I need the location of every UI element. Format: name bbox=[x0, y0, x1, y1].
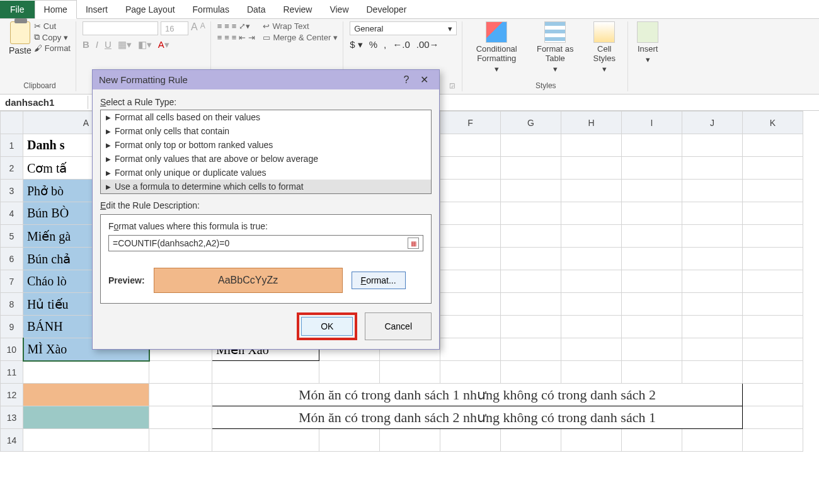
align-right-icon[interactable]: ≡ bbox=[232, 33, 237, 42]
menu-tabs: File Home Insert Page Layout Formulas Da… bbox=[0, 0, 819, 19]
name-box[interactable]: danhsach1 bbox=[0, 96, 88, 109]
bold-button[interactable]: B bbox=[83, 39, 89, 50]
scissors-icon: ✂ bbox=[34, 21, 41, 31]
chevron-down-icon: ▾ bbox=[64, 33, 68, 42]
range-selector-icon[interactable]: ▦ bbox=[408, 238, 419, 249]
wrap-text-button[interactable]: ↩Wrap Text bbox=[263, 21, 338, 31]
row-header[interactable]: 4 bbox=[1, 202, 23, 225]
legend-text: Món ăn có trong danh sách 2 nhưng không … bbox=[212, 406, 743, 429]
col-header[interactable]: H bbox=[561, 112, 622, 134]
align-center-icon[interactable]: ≡ bbox=[224, 33, 229, 42]
dialog-titlebar[interactable]: New Formatting Rule ? ✕ bbox=[93, 70, 439, 89]
border-button[interactable]: ▦▾ bbox=[118, 39, 132, 50]
row-header[interactable]: 13 bbox=[1, 406, 23, 429]
close-button[interactable]: ✕ bbox=[415, 74, 433, 86]
dec-indent-icon[interactable]: ⇤ bbox=[239, 33, 246, 42]
merge-center-button[interactable]: ▭Merge & Center ▾ bbox=[263, 33, 338, 42]
grow-font-icon[interactable]: A bbox=[191, 21, 198, 35]
tab-developer[interactable]: Developer bbox=[358, 1, 416, 18]
decrease-decimal-button[interactable]: .00→ bbox=[416, 39, 439, 50]
copy-icon: ⧉ bbox=[34, 32, 40, 42]
new-formatting-rule-dialog: New Formatting Rule ? ✕ Select a Rule Ty… bbox=[92, 69, 440, 350]
cancel-button[interactable]: Cancel bbox=[365, 312, 432, 340]
edit-rule-label: Edit the Rule Description: bbox=[100, 200, 432, 210]
row-header[interactable]: 7 bbox=[1, 270, 23, 293]
col-header[interactable]: F bbox=[440, 112, 501, 134]
inc-indent-icon[interactable]: ⇥ bbox=[248, 33, 255, 42]
font-size-combo[interactable]: 16 bbox=[161, 21, 188, 35]
formula-input[interactable]: =COUNTIF(danhsach2,A2)=0 ▦ bbox=[108, 235, 423, 251]
copy-button[interactable]: ⧉Copy ▾ bbox=[34, 32, 71, 42]
comma-button[interactable]: , bbox=[384, 39, 386, 50]
rule-type-item[interactable]: ▶Format all cells based on their values bbox=[101, 110, 431, 124]
tab-review[interactable]: Review bbox=[275, 1, 321, 18]
row-header[interactable]: 5 bbox=[1, 225, 23, 248]
group-title-clipboard: Clipboard bbox=[9, 80, 71, 90]
align-left-icon[interactable]: ≡ bbox=[217, 33, 222, 42]
wrap-text-icon: ↩ bbox=[263, 21, 270, 31]
row-header[interactable]: 12 bbox=[1, 384, 23, 406]
help-button[interactable]: ? bbox=[398, 74, 415, 86]
dialog-title: New Formatting Rule bbox=[99, 74, 188, 85]
row-header[interactable]: 11 bbox=[1, 361, 23, 384]
merge-icon: ▭ bbox=[263, 33, 270, 42]
tab-data[interactable]: Data bbox=[238, 1, 275, 18]
col-header[interactable]: G bbox=[501, 112, 561, 134]
rule-type-list[interactable]: ▶Format all cells based on their values … bbox=[100, 110, 432, 194]
row-header[interactable]: 8 bbox=[1, 293, 23, 316]
conditional-formatting-button[interactable]: Conditional Formatting▾ bbox=[469, 21, 524, 74]
align-top-icon[interactable]: ≡ bbox=[217, 21, 222, 31]
number-launcher-icon[interactable]: ◲ bbox=[449, 82, 556, 89]
formula-label: Format values where this formula is true… bbox=[108, 221, 423, 231]
number-format-combo[interactable]: General▾ bbox=[350, 21, 457, 35]
col-header[interactable]: J bbox=[682, 112, 743, 134]
rule-type-item[interactable]: ▶Format only top or bottom ranked values bbox=[101, 138, 431, 152]
increase-decimal-button[interactable]: ←.0 bbox=[392, 39, 410, 50]
tab-view[interactable]: View bbox=[321, 1, 357, 18]
row-header[interactable]: 14 bbox=[1, 429, 23, 452]
row-header[interactable]: 2 bbox=[1, 157, 23, 180]
align-middle-icon[interactable]: ≡ bbox=[224, 21, 229, 31]
font-color-button[interactable]: A▾ bbox=[158, 39, 169, 50]
shrink-font-icon[interactable]: A bbox=[200, 21, 205, 35]
insert-icon bbox=[637, 21, 658, 43]
rule-type-item-selected[interactable]: ▶Use a formula to determine which cells … bbox=[101, 180, 431, 193]
row-header[interactable]: 3 bbox=[1, 180, 23, 202]
group-styles: Conditional Formatting▾ Format as Table▾… bbox=[464, 21, 628, 91]
fill-color-button[interactable]: ◧▾ bbox=[138, 39, 152, 50]
row-header[interactable]: 10 bbox=[1, 338, 23, 361]
col-header[interactable]: K bbox=[743, 112, 803, 134]
font-name-combo[interactable] bbox=[83, 21, 158, 35]
tab-page-layout[interactable]: Page Layout bbox=[117, 1, 184, 18]
rule-type-item[interactable]: ▶Format only cells that contain bbox=[101, 124, 431, 138]
tab-insert[interactable]: Insert bbox=[77, 1, 117, 18]
preview-label: Preview: bbox=[108, 275, 145, 285]
row-header[interactable]: 6 bbox=[1, 248, 23, 270]
group-cells: Insert▾ bbox=[629, 21, 666, 91]
chevron-down-icon: ▾ bbox=[448, 24, 452, 33]
insert-cells-button[interactable]: Insert▾ bbox=[634, 21, 661, 64]
align-bottom-icon[interactable]: ≡ bbox=[232, 21, 237, 31]
cell-styles-button[interactable]: Cell Styles▾ bbox=[586, 21, 622, 74]
cut-button[interactable]: ✂Cut bbox=[34, 21, 71, 31]
underline-button[interactable]: U bbox=[105, 39, 112, 50]
ok-button[interactable]: OK bbox=[301, 317, 353, 336]
format-as-table-button[interactable]: Format as Table▾ bbox=[530, 21, 580, 74]
col-header[interactable]: I bbox=[622, 112, 682, 134]
row-header[interactable]: 1 bbox=[1, 134, 23, 157]
tab-file[interactable]: File bbox=[0, 1, 35, 18]
row-header[interactable]: 9 bbox=[1, 316, 23, 338]
rule-type-item[interactable]: ▶Format only values that are above or be… bbox=[101, 152, 431, 166]
format-button[interactable]: Format... bbox=[352, 272, 406, 289]
orientation-icon[interactable]: ⤢▾ bbox=[239, 21, 250, 31]
rule-type-item[interactable]: ▶Format only unique or duplicate values bbox=[101, 166, 431, 180]
legend-swatch-teal bbox=[23, 406, 149, 429]
italic-button[interactable]: I bbox=[96, 39, 98, 50]
table-icon bbox=[544, 21, 566, 43]
tab-formulas[interactable]: Formulas bbox=[184, 1, 238, 18]
format-painter-button[interactable]: 🖌Format bbox=[34, 43, 71, 53]
paste-button[interactable]: Paste bbox=[9, 21, 32, 55]
currency-button[interactable]: $ ▾ bbox=[350, 39, 363, 50]
percent-button[interactable]: % bbox=[369, 39, 377, 50]
tab-home[interactable]: Home bbox=[35, 0, 77, 19]
